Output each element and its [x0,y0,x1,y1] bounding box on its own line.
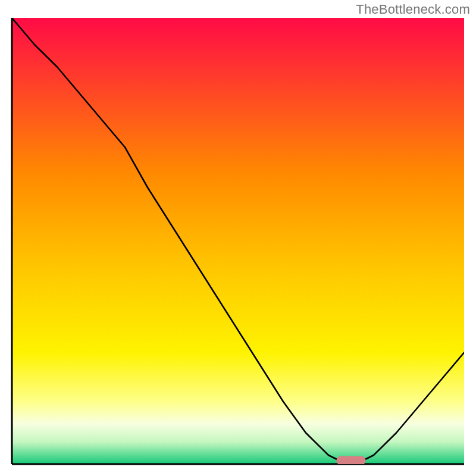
bottleneck-chart [0,0,476,476]
recommended-marker [336,456,365,465]
plot-area [12,18,464,464]
chart-container: TheBottleneck.com [0,0,476,476]
svg-rect-1 [12,18,464,464]
watermark-text: TheBottleneck.com [356,2,470,17]
